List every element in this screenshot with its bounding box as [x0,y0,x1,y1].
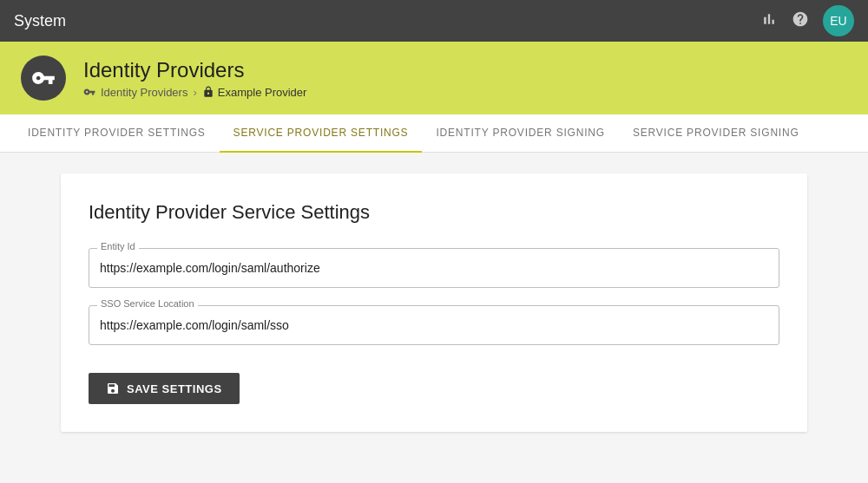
settings-card: Identity Provider Service Settings Entit… [61,173,807,432]
topbar: System EU [0,0,868,42]
breadcrumb-lock-icon [202,86,214,98]
reports-icon[interactable] [760,10,778,32]
page-header: Identity Providers Identity Providers › … [0,42,868,114]
header-text: Identity Providers Identity Providers › … [83,58,306,99]
app-title: System [14,12,66,30]
main-content: Identity Provider Service Settings Entit… [0,153,868,483]
header-icon [21,55,66,101]
breadcrumb-current: Example Provider [202,86,307,99]
tab-identity-provider-signing[interactable]: IDENTITY PROVIDER SIGNING [422,114,618,153]
breadcrumb: Identity Providers › Example Provider [83,86,306,99]
breadcrumb-link[interactable]: Identity Providers [101,86,187,99]
tab-identity-provider-settings[interactable]: IDENTITY PROVIDER SETTINGS [14,114,220,153]
user-avatar[interactable]: EU [823,5,854,36]
entity-id-field-group: Entity Id [89,248,779,288]
sso-input[interactable] [89,305,779,345]
sso-label: SSO Service Location [97,298,198,309]
page-title: Identity Providers [83,58,306,82]
tab-service-provider-settings[interactable]: SERVICE PROVIDER SETTINGS [220,114,423,153]
entity-id-label: Entity Id [97,241,139,251]
sso-field-group: SSO Service Location [89,305,779,345]
save-settings-button[interactable]: SAVE SETTINGS [89,373,240,404]
tabs-bar: IDENTITY PROVIDER SETTINGS SERVICE PROVI… [0,114,868,153]
save-icon [106,382,120,395]
key-icon [31,66,56,90]
help-icon[interactable] [792,10,809,32]
save-settings-label: SAVE SETTINGS [127,382,222,395]
breadcrumb-separator: › [193,86,196,99]
topbar-actions: EU [760,5,854,36]
breadcrumb-key-icon [83,86,95,98]
entity-id-input[interactable] [89,248,779,288]
card-title: Identity Provider Service Settings [89,201,779,224]
tab-service-provider-signing[interactable]: SERVICE PROVIDER SIGNING [619,114,813,153]
